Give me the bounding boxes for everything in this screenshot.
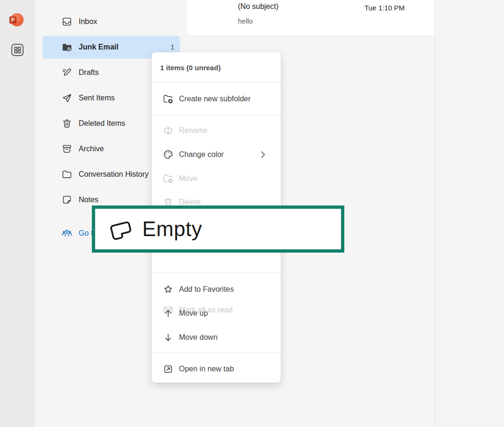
menu-item-label: Rename bbox=[179, 126, 207, 135]
menu-item-rename: Rename bbox=[152, 122, 281, 139]
message-subject: (No subject) bbox=[238, 2, 278, 11]
people-icon bbox=[61, 228, 73, 239]
menu-divider bbox=[152, 115, 281, 115]
drafts-icon bbox=[61, 67, 73, 78]
star-icon bbox=[163, 284, 174, 295]
message-list-item[interactable]: (No subject) hello Tue 1:10 PM bbox=[187, 0, 435, 36]
sidebar-item-label: Junk Email bbox=[79, 43, 118, 51]
sidebar-item-label: Sent Items bbox=[79, 94, 114, 102]
sidebar-item-label: Deleted Items bbox=[79, 119, 125, 128]
folder-move-icon bbox=[163, 173, 174, 184]
menu-item-add-to-favorites[interactable]: Add to Favorites bbox=[152, 281, 281, 298]
menu-divider bbox=[152, 272, 281, 273]
archive-icon bbox=[61, 143, 73, 155]
folder-icon bbox=[61, 169, 73, 180]
arrow-down-icon bbox=[163, 332, 174, 343]
empty-folder-icon bbox=[107, 216, 135, 242]
menu-item-move-up[interactable]: Move up bbox=[152, 305, 281, 322]
menu-item-empty[interactable]: Empty bbox=[92, 205, 344, 253]
sidebar-item-label: Drafts bbox=[79, 68, 99, 77]
unread-count-badge: 1 bbox=[171, 43, 174, 51]
app-rail: P bbox=[0, 0, 35, 427]
menu-divider bbox=[152, 82, 281, 82]
powerpoint-app-icon[interactable]: P bbox=[10, 13, 24, 26]
sidebar-item-label: Archive bbox=[79, 145, 104, 153]
trash-icon bbox=[61, 118, 73, 129]
app-launcher-icon[interactable] bbox=[10, 43, 24, 57]
note-icon bbox=[61, 194, 73, 205]
sidebar-item-label: Notes bbox=[79, 196, 98, 204]
chevron-right-icon bbox=[257, 149, 268, 160]
sidebar-item-label: Inbox bbox=[79, 17, 97, 26]
reading-pane bbox=[435, 0, 504, 427]
menu-item-label: Add to Favorites bbox=[179, 285, 234, 294]
menu-item-move-down[interactable]: Move down bbox=[152, 329, 281, 346]
menu-item-open-in-new-tab[interactable]: Open in new tab bbox=[152, 361, 281, 378]
folder-add-icon bbox=[163, 93, 174, 105]
menu-item-change-color[interactable]: Change color bbox=[152, 146, 281, 163]
menu-item-move: Move bbox=[152, 170, 281, 187]
junk-folder-icon bbox=[61, 41, 73, 53]
menu-header-item-count: 1 items (0 unread) bbox=[152, 59, 281, 76]
palette-icon bbox=[163, 149, 174, 160]
menu-item-label: Create new subfolder bbox=[179, 95, 251, 103]
menu-item-label: Change color bbox=[179, 150, 224, 159]
inbox-icon bbox=[61, 16, 73, 27]
open-new-tab-icon bbox=[163, 363, 174, 375]
sidebar-item-label: Conversation History bbox=[79, 170, 149, 179]
menu-item-label: Open in new tab bbox=[179, 365, 234, 373]
menu-item-label: Move down bbox=[179, 333, 218, 342]
message-preview: hello bbox=[238, 17, 253, 25]
arrow-up-icon bbox=[163, 308, 174, 319]
menu-item-label: Move bbox=[179, 174, 197, 183]
message-timestamp: Tue 1:10 PM bbox=[365, 4, 405, 12]
menu-item-create-new-subfolder[interactable]: Create new subfolder bbox=[152, 90, 281, 107]
menu-divider bbox=[152, 353, 281, 353]
menu-item-label: Empty bbox=[142, 217, 202, 241]
send-icon bbox=[61, 92, 73, 104]
sidebar-item-inbox[interactable]: Inbox bbox=[42, 10, 180, 33]
rename-icon bbox=[163, 125, 174, 136]
menu-item-label: Move up bbox=[179, 309, 208, 318]
powerpoint-logo-letter: P bbox=[9, 16, 16, 24]
